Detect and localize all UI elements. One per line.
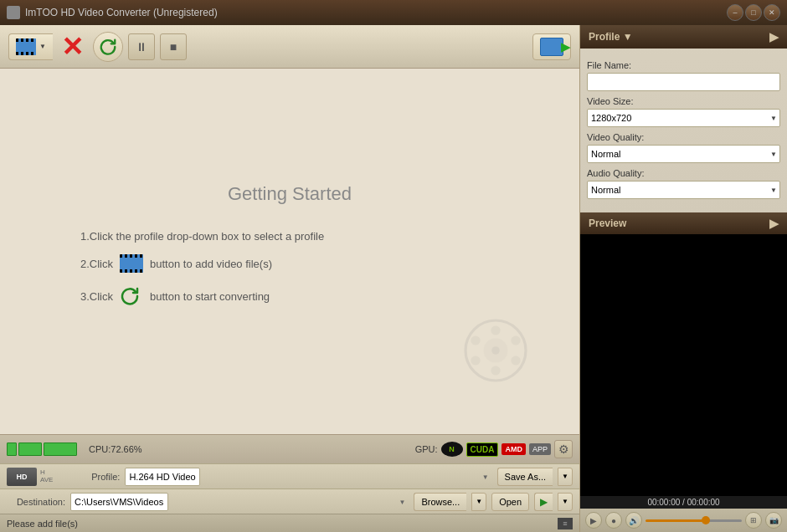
- profile-fields: File Name: Video Size: 1280x720 1920x108…: [580, 49, 787, 206]
- statusbar-icon[interactable]: ≡: [558, 518, 573, 529]
- preview-clips-icon[interactable]: ⊞: [745, 512, 762, 529]
- nvidia-icon: N: [441, 442, 463, 457]
- audio-quality-select[interactable]: Normal Low High Ultra High: [587, 181, 780, 199]
- have-text: HAVE: [40, 469, 53, 484]
- preview-time: 00:00:00 / 00:00:00: [580, 496, 787, 509]
- add-video-group: ▼: [8, 33, 53, 60]
- statusbar-right: ≡: [558, 518, 573, 529]
- instruction-2-prefix: 2.Click: [80, 258, 113, 270]
- profile-label: Profile:: [61, 472, 120, 482]
- film-reel-watermark: [462, 317, 529, 384]
- video-size-label: Video Size:: [587, 96, 780, 106]
- gpu-label: GPU:: [415, 444, 438, 454]
- hd-badge: HD: [7, 468, 37, 486]
- stop-button[interactable]: ■: [160, 33, 187, 60]
- instruction-3: 3.Click button to start converting: [80, 284, 499, 308]
- convert-icon: [99, 38, 117, 56]
- progress-bars: [7, 442, 77, 456]
- video-size-wrapper: 1280x720 1920x1080 854x480 640x360: [587, 109, 780, 127]
- export-button[interactable]: ▶: [532, 33, 571, 60]
- preview-label: Preview: [589, 217, 626, 229]
- play-more-button[interactable]: ▼: [558, 493, 573, 511]
- profile-row: HD HAVE Profile: H.264 HD Video Save As.…: [0, 463, 579, 489]
- right-panel: Profile ▼ ▶ File Name: Video Size: 1280x…: [579, 25, 787, 532]
- video-size-select[interactable]: 1280x720 1920x1080 854x480 640x360: [587, 109, 780, 127]
- bar-2: [18, 442, 42, 456]
- save-as-dropdown-button[interactable]: ▼: [558, 468, 573, 486]
- add-video-arrow-indicator: ▼: [39, 43, 46, 50]
- preview-section-header[interactable]: Preview ▶: [580, 212, 787, 234]
- status-text: Please add file(s): [7, 519, 78, 529]
- preview-volume-icon[interactable]: 🔊: [625, 512, 642, 529]
- preview-controls: ▶ ● 🔊 ⊞ 📷: [580, 509, 787, 532]
- play-button[interactable]: ▶: [534, 493, 553, 511]
- app-title: ImTOO HD Video Converter (Unregistered): [25, 7, 218, 18]
- svg-point-6: [511, 335, 520, 345]
- profile-section-header[interactable]: Profile ▼ ▶: [580, 25, 787, 49]
- window-controls: – □ ✕: [727, 4, 780, 21]
- bottom-bar: CPU:72.66% GPU: N CUDA AMD APP ⚙: [0, 434, 579, 463]
- open-button[interactable]: Open: [491, 493, 529, 511]
- profile-header-label: Profile ▼: [589, 31, 633, 43]
- instruction-3-prefix: 3.Click: [80, 290, 113, 303]
- toolbar: ▼ ✕ ⏸ ■: [0, 25, 579, 69]
- convert-button[interactable]: [93, 32, 123, 62]
- svg-point-3: [491, 325, 500, 335]
- svg-point-5: [471, 335, 480, 345]
- pause-icon: ⏸: [136, 40, 147, 54]
- preview-right-icons: ⊞ 📷: [745, 512, 782, 529]
- file-name-label: File Name:: [587, 60, 780, 70]
- svg-point-8: [511, 356, 520, 365]
- gpu-info: GPU: N CUDA AMD APP ⚙: [415, 440, 573, 458]
- profile-expand-icon[interactable]: ▶: [769, 30, 779, 43]
- maximize-button[interactable]: □: [745, 4, 762, 21]
- preview-camera-icon[interactable]: 📷: [765, 512, 782, 529]
- save-as-button[interactable]: Save As...: [497, 468, 553, 486]
- instruction-3-suffix: button to start converting: [150, 290, 270, 303]
- minimize-button[interactable]: –: [727, 4, 743, 21]
- svg-point-4: [491, 366, 500, 375]
- pause-button[interactable]: ⏸: [128, 33, 155, 60]
- preview-play-button[interactable]: ▶: [585, 512, 602, 529]
- film-icon: [16, 38, 36, 55]
- preview-video-area: [580, 234, 787, 496]
- cpu-usage: CPU:72.66%: [89, 444, 142, 454]
- volume-knob[interactable]: [702, 516, 710, 524]
- amd-badge: AMD: [502, 443, 526, 455]
- svg-point-2: [491, 346, 500, 355]
- bar-1: [7, 442, 17, 456]
- audio-quality-label: Audio Quality:: [587, 168, 780, 178]
- video-quality-wrapper: Normal Low High Ultra High: [587, 145, 780, 163]
- volume-bar: [646, 519, 742, 522]
- video-quality-label: Video Quality:: [587, 132, 780, 142]
- preview-stop-button[interactable]: ●: [605, 512, 622, 529]
- instruction-2: 2.Click button to add video file(s): [80, 254, 499, 273]
- left-panel: ▼ ✕ ⏸ ■: [0, 25, 579, 532]
- bar-3: [44, 442, 77, 456]
- close-button[interactable]: ✕: [764, 4, 780, 21]
- browse-dropdown-button[interactable]: ▼: [471, 493, 486, 511]
- video-quality-select[interactable]: Normal Low High Ultra High: [587, 145, 780, 163]
- app-icon: [7, 6, 20, 19]
- volume-slider-track[interactable]: [646, 515, 742, 525]
- preview-expand-icon[interactable]: ▶: [769, 217, 779, 230]
- app-badge: APP: [529, 443, 551, 455]
- instruction-2-suffix: button to add video file(s): [150, 258, 272, 270]
- add-video-button[interactable]: ▼: [8, 33, 53, 60]
- instruction-1: 1.Click the profile drop-down box to sel…: [80, 230, 499, 243]
- stop-icon: ■: [170, 40, 177, 54]
- titlebar: ImTOO HD Video Converter (Unregistered) …: [0, 0, 787, 25]
- destination-select[interactable]: C:\Users\VMS\Videos: [70, 493, 168, 511]
- browse-button[interactable]: Browse...: [414, 493, 466, 511]
- getting-started-title: Getting Started: [228, 183, 352, 205]
- destination-row: Destination: C:\Users\VMS\Videos Browse.…: [0, 489, 579, 514]
- profile-select[interactable]: H.264 HD Video: [125, 468, 200, 486]
- settings-button[interactable]: ⚙: [554, 440, 573, 458]
- instruction-convert-icon: [120, 284, 143, 308]
- instruction-film-icon: [120, 254, 143, 273]
- statusbar: Please add file(s) ≡: [0, 514, 579, 532]
- cuda-badge: CUDA: [466, 442, 499, 457]
- remove-button[interactable]: ✕: [58, 32, 88, 62]
- file-name-input[interactable]: [587, 73, 780, 91]
- main-container: ▼ ✕ ⏸ ■: [0, 25, 787, 532]
